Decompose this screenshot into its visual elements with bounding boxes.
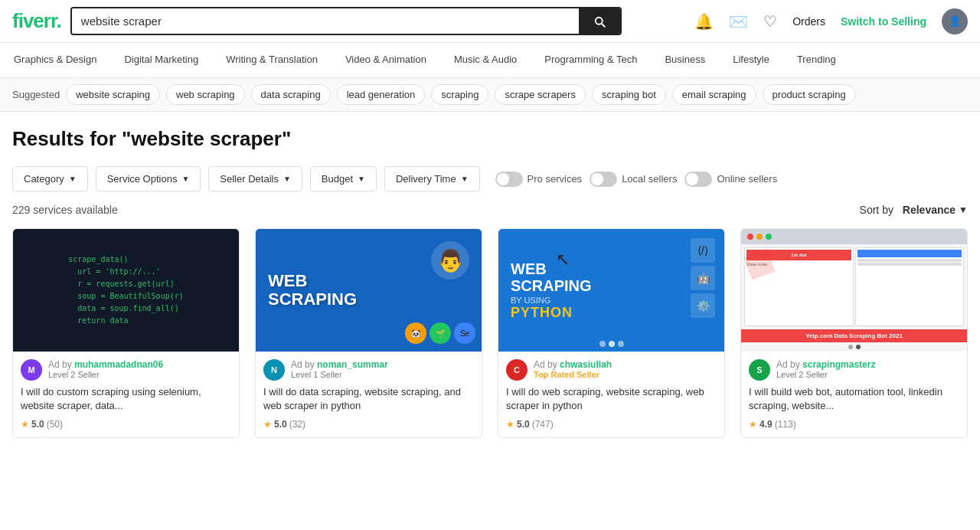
avatar: N [263,359,285,381]
card-seller: C Ad by chwasiullah Top Rated Seller [506,359,717,381]
tag-lead-generation[interactable]: lead generation [337,84,426,105]
table-row[interactable]: scrape_data() url = 'http://...' r = req… [12,228,240,438]
card-body: N Ad by noman_summar Level 1 Seller I wi… [256,352,482,437]
search-bar [70,7,622,35]
avatar[interactable]: 👤 [942,8,968,34]
table-row[interactable]: 1st Aid Data rows... Yelp.com Data Scrap… [740,228,968,438]
rating-value: 5.0 [517,419,530,430]
message-icon[interactable]: ✉️ [729,12,748,31]
card-rating: ★ 5.0 (32) [263,419,474,430]
header: fiverr. 🔔 ✉️ ♡ Orders Switch to Selling … [0,0,980,43]
card-body: S Ad by scrapingmasterz Level 2 Seller I… [741,352,967,437]
service-options-filter[interactable]: Service Options ▼ [96,166,201,191]
category-filter[interactable]: Category ▼ [12,166,88,191]
rating-value: 4.9 [760,419,773,430]
seller-name: muhammadadnan06 [74,359,163,370]
avatar: S [749,359,770,381]
notification-icon[interactable]: 🔔 [694,12,714,31]
delivery-time-chevron-icon: ▼ [461,175,469,183]
seller-details-chevron-icon: ▼ [283,175,291,183]
search-input[interactable] [72,8,579,34]
pro-services-label: Pro services [528,173,583,185]
card-seller: N Ad by noman_summar Level 1 Seller [263,359,474,381]
service-options-label: Service Options [107,173,178,185]
orders-link[interactable]: Orders [792,15,825,28]
seller-level: Level 2 Seller [776,370,875,379]
local-sellers-label: Local sellers [622,173,677,185]
seller-level: Level 2 Seller [48,370,163,379]
card-rating: ★ 5.0 (50) [21,419,231,430]
services-count: 229 services available [12,204,118,216]
tag-scraping[interactable]: scraping [431,84,488,105]
card-title: I will do data scraping, website scrapin… [263,385,474,413]
nav-item-marketing[interactable]: Digital Marketing [110,43,212,77]
online-sellers-toggle-group: Online sellers [684,172,777,187]
main-content: Results for "website scraper" Category ▼… [0,112,980,453]
tag-product-scraping[interactable]: product scraping [763,84,856,105]
table-row[interactable]: WEBSCRAPING 🐼 🌱 Se 👨 N Ad by noman_summa… [255,228,482,438]
category-filter-label: Category [24,173,64,185]
star-icon: ★ [263,419,272,430]
nav-item-lifestyle[interactable]: Lifestyle [719,43,783,77]
tag-data-scraping[interactable]: data scraping [251,84,331,105]
seller-details-filter[interactable]: Seller Details ▼ [208,166,302,191]
nav-item-video[interactable]: Video & Animation [332,43,440,77]
logo[interactable]: fiverr. [12,9,61,33]
seller-name: scrapingmasterz [802,359,875,370]
card-seller: S Ad by scrapingmasterz Level 2 Seller [749,359,959,381]
delivery-time-filter[interactable]: Delivery Time ▼ [384,166,480,191]
rating-count: (32) [289,419,305,430]
filters-row: Category ▼ Service Options ▼ Seller Deta… [12,166,968,191]
avatar: C [506,359,528,381]
card-title: I will do web scraping, website scraping… [506,385,717,413]
seller-level: Level 1 Seller [291,370,388,379]
category-chevron-icon: ▼ [69,175,77,183]
suggested-label: Suggested [12,89,60,100]
tag-website-scraping[interactable]: website scraping [66,84,160,105]
table-row[interactable]: WEBSCRAPING BY USING PYTHON ⟨/⟩ 🤖 ⚙️ C [498,228,725,438]
sort-chevron-icon: ▼ [959,204,968,215]
star-icon: ★ [506,419,514,430]
online-sellers-toggle[interactable] [684,172,712,187]
search-button[interactable] [579,8,620,34]
star-icon: ★ [21,419,29,430]
sort-dropdown[interactable]: Sort by Relevance ▼ [860,204,968,216]
logo-text: fiverr [12,9,57,32]
card-body: M Ad by muhammadadnan06 Level 2 Seller I… [13,352,239,437]
card-rating: ★ 4.9 (113) [749,419,959,430]
card-image-4: 1st Aid Data rows... Yelp.com Data Scrap… [741,229,967,352]
card-title: I will build web bot, automation tool, l… [749,385,959,413]
local-sellers-toggle[interactable] [590,172,617,187]
rating-value: 5.0 [31,419,44,430]
budget-filter[interactable]: Budget ▼ [310,166,377,191]
card-seller: M Ad by muhammadadnan06 Level 2 Seller [21,359,231,381]
seller-level: Top Rated Seller [534,370,612,379]
card-ad-by: Ad by scrapingmasterz [776,359,875,370]
nav-item-music[interactable]: Music & Audio [440,43,531,77]
nav-item-writing[interactable]: Writing & Translation [212,43,332,77]
card-ad-by: Ad by noman_summar [291,359,388,370]
tag-scrape-scrapers[interactable]: scrape scrapers [495,84,585,105]
online-sellers-label: Online sellers [717,173,777,185]
seller-details-label: Seller Details [220,173,279,185]
delivery-time-label: Delivery Time [396,173,456,185]
nav-item-business[interactable]: Business [651,43,719,77]
sort-by-label: Sort by [860,204,893,216]
star-icon: ★ [749,419,757,430]
wishlist-icon[interactable]: ♡ [763,12,777,31]
seller-name: chwasiullah [560,359,612,370]
local-sellers-toggle-group: Local sellers [590,172,677,187]
card-ad-by: Ad by chwasiullah [534,359,612,370]
cards-grid: scrape_data() url = 'http://...' r = req… [12,228,968,438]
tag-email-scraping[interactable]: email scraping [672,84,756,105]
pro-services-toggle[interactable] [495,172,523,187]
logo-dot: . [57,9,61,32]
card-body: C Ad by chwasiullah Top Rated Seller I w… [498,352,724,437]
switch-to-selling-link[interactable]: Switch to Selling [841,15,926,28]
nav-item-programming[interactable]: Programming & Tech [531,43,651,77]
nav-item-trending[interactable]: Trending [783,43,850,77]
budget-chevron-icon: ▼ [358,175,365,183]
tag-web-scraping[interactable]: web scraping [166,84,245,105]
nav-item-graphics[interactable]: Graphics & Design [0,43,110,77]
tag-scraping-bot[interactable]: scraping bot [592,84,666,105]
